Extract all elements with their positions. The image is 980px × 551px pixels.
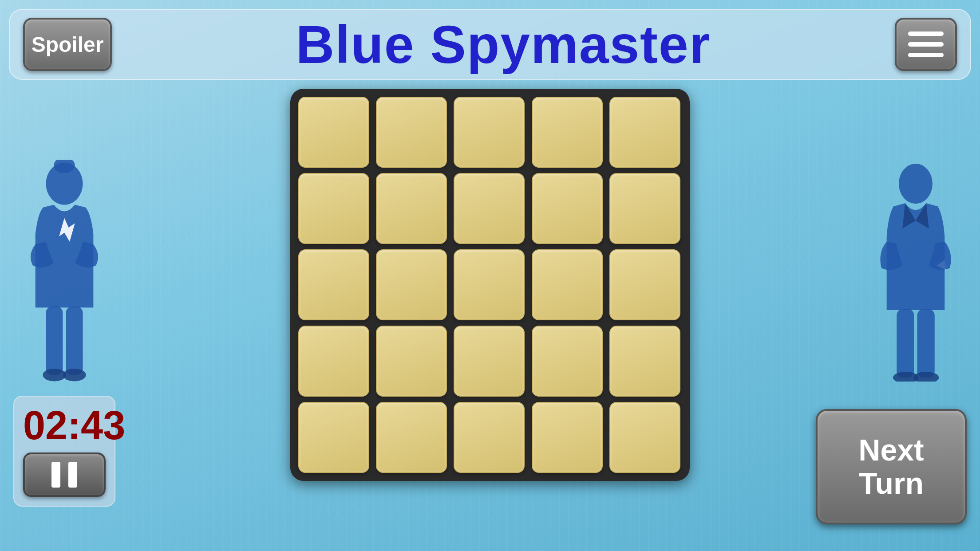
next-turn-button[interactable]: NextTurn <box>816 409 967 524</box>
card-8[interactable] <box>532 173 603 244</box>
svg-point-7 <box>899 164 933 204</box>
spoiler-button[interactable]: Spoiler <box>23 18 112 71</box>
female-agent-silhouette <box>22 160 107 382</box>
page-title: Blue Spymaster <box>112 14 895 75</box>
svg-rect-4 <box>66 307 83 375</box>
card-12[interactable] <box>454 249 525 320</box>
card-20[interactable] <box>298 402 369 473</box>
pause-icon-bar2 <box>68 462 77 488</box>
pause-icon-bar1 <box>51 462 60 488</box>
card-11[interactable] <box>376 249 447 320</box>
card-0[interactable] <box>298 97 369 168</box>
timer-display: 02:43 <box>23 405 106 445</box>
card-14[interactable] <box>609 249 680 320</box>
card-9[interactable] <box>609 173 680 244</box>
card-18[interactable] <box>532 326 603 397</box>
card-3[interactable] <box>532 97 603 168</box>
card-13[interactable] <box>532 249 603 320</box>
svg-point-6 <box>63 369 86 382</box>
card-22[interactable] <box>454 402 525 473</box>
game-grid <box>298 97 682 473</box>
card-6[interactable] <box>376 173 447 244</box>
card-16[interactable] <box>376 326 447 397</box>
male-agent-silhouette <box>873 160 958 382</box>
card-1[interactable] <box>376 97 447 168</box>
svg-point-5 <box>43 369 66 382</box>
card-17[interactable] <box>454 326 525 397</box>
next-turn-label: NextTurn <box>858 433 924 500</box>
menu-button[interactable] <box>895 18 957 71</box>
card-5[interactable] <box>298 173 369 244</box>
header-bar: Spoiler Blue Spymaster <box>9 9 971 80</box>
spoiler-label: Spoiler <box>32 32 104 57</box>
svg-point-11 <box>913 372 939 382</box>
menu-icon-line3 <box>908 53 944 57</box>
card-19[interactable] <box>609 326 680 397</box>
card-15[interactable] <box>298 326 369 397</box>
game-grid-container <box>290 89 690 481</box>
svg-rect-3 <box>46 307 63 375</box>
menu-icon-line1 <box>908 31 944 36</box>
pause-button[interactable] <box>23 453 106 497</box>
svg-rect-8 <box>897 309 914 378</box>
card-2[interactable] <box>454 97 525 168</box>
card-4[interactable] <box>609 97 680 168</box>
timer-panel: 02:43 <box>13 396 115 507</box>
card-7[interactable] <box>454 173 525 244</box>
card-23[interactable] <box>532 402 603 473</box>
card-24[interactable] <box>609 402 680 473</box>
svg-rect-9 <box>917 309 935 378</box>
card-10[interactable] <box>298 249 369 320</box>
card-21[interactable] <box>376 402 447 473</box>
menu-icon-line2 <box>908 42 944 47</box>
